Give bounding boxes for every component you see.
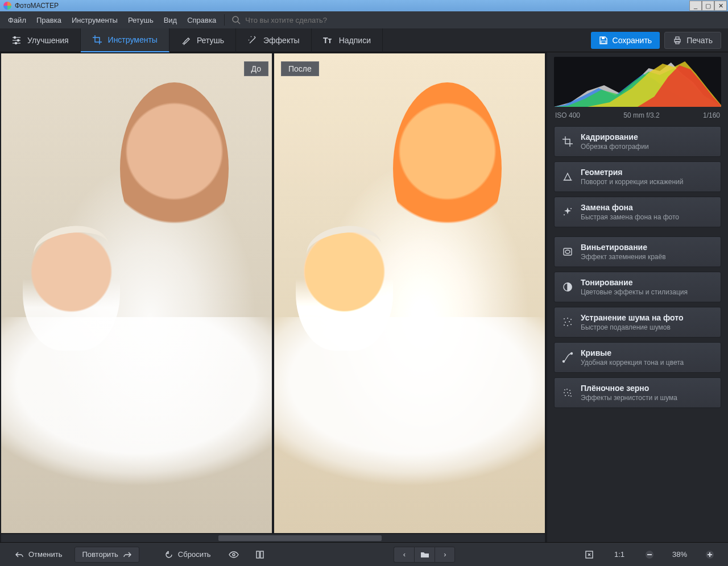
fit-button[interactable] bbox=[579, 547, 599, 563]
tab-retouch[interactable]: Ретушь bbox=[169, 28, 236, 52]
tool-desc: Эффекты зернистости и шума bbox=[581, 394, 677, 402]
compare-button[interactable] bbox=[250, 547, 270, 563]
titlebar: ФотоМАСТЕР _ ▢ ✕ bbox=[0, 0, 728, 11]
menu-edit[interactable]: Правка bbox=[32, 14, 66, 27]
svg-point-36 bbox=[568, 395, 569, 396]
svg-point-6 bbox=[17, 39, 19, 41]
tab-effects[interactable]: Эффекты bbox=[236, 28, 312, 52]
tool-curves[interactable]: КривыеУдобная коррекция тона и цвета bbox=[554, 342, 721, 373]
denoise-icon bbox=[561, 316, 574, 328]
exif-lens: 50 mm f/3.2 bbox=[623, 111, 659, 119]
prev-button[interactable]: ‹ bbox=[394, 547, 414, 563]
tool-bgswap[interactable]: Замена фонаБыстрая замена фона на фото bbox=[554, 197, 721, 227]
svg-point-5 bbox=[14, 36, 15, 38]
geometry-icon bbox=[561, 170, 574, 183]
tab-label: Надписи bbox=[339, 36, 371, 45]
preview-button[interactable] bbox=[224, 547, 244, 563]
svg-point-26 bbox=[570, 324, 572, 325]
tool-vignette[interactable]: ВиньетированиеЭффект затемнения краёв bbox=[554, 236, 721, 267]
tool-desc: Удобная коррекция тона и цвета bbox=[581, 359, 684, 367]
eye-icon bbox=[229, 550, 239, 560]
tab-label: Улучшения bbox=[27, 36, 69, 45]
folder-icon bbox=[420, 550, 429, 559]
sparkle-icon bbox=[561, 206, 574, 218]
tool-desc: Цветовые эффекты и стилизация bbox=[581, 288, 688, 296]
fit-icon bbox=[585, 550, 594, 559]
svg-rect-10 bbox=[601, 41, 606, 43]
zoom-out-button[interactable] bbox=[639, 547, 660, 563]
menu-help[interactable]: Справка bbox=[183, 14, 221, 27]
tool-geometry[interactable]: ГеометрияПоворот и коррекция искажений bbox=[554, 161, 721, 192]
menu-view[interactable]: Вид bbox=[159, 14, 182, 27]
search-input[interactable] bbox=[245, 16, 416, 24]
tab-tools[interactable]: Инструменты bbox=[81, 28, 169, 52]
wand-icon bbox=[247, 35, 258, 45]
canvas[interactable]: До После bbox=[1, 53, 545, 533]
menu-separator bbox=[224, 14, 225, 26]
svg-point-7 bbox=[15, 42, 16, 44]
nav-group: ‹ › bbox=[394, 547, 455, 563]
crop-icon bbox=[561, 135, 574, 148]
svg-point-35 bbox=[565, 395, 566, 396]
plus-icon bbox=[705, 550, 714, 559]
chevron-right-icon: › bbox=[444, 550, 446, 559]
tool-title: Тонирование bbox=[581, 278, 688, 287]
close-button[interactable]: ✕ bbox=[714, 1, 727, 11]
tool-title: Кривые bbox=[581, 348, 684, 357]
svg-point-23 bbox=[569, 321, 570, 322]
tool-crop[interactable]: КадрированиеОбрезка фотографии bbox=[554, 126, 721, 157]
svg-point-21 bbox=[570, 319, 572, 320]
tab-enhance[interactable]: Улучшения bbox=[0, 28, 81, 52]
print-button[interactable]: Печать bbox=[664, 32, 721, 49]
reset-button[interactable]: Сбросить bbox=[158, 547, 218, 563]
redo-button[interactable]: Повторить bbox=[75, 547, 139, 563]
svg-rect-46 bbox=[709, 552, 710, 557]
undo-button[interactable]: Отменить bbox=[8, 547, 69, 563]
crop-icon bbox=[92, 35, 102, 45]
svg-line-1 bbox=[238, 22, 240, 24]
svg-rect-43 bbox=[647, 554, 652, 555]
tool-desc: Эффект затемнения краёв bbox=[581, 253, 666, 261]
minus-icon bbox=[645, 550, 654, 559]
zoom-1to1[interactable]: 1:1 bbox=[605, 550, 634, 559]
menu-tools[interactable]: Инструменты bbox=[67, 14, 122, 27]
tab-label: Эффекты bbox=[263, 36, 300, 45]
toning-icon bbox=[561, 281, 574, 293]
tool-denoise[interactable]: Устранение шума на фотоБыстрое подавлени… bbox=[554, 307, 721, 338]
grain-icon bbox=[561, 386, 574, 399]
tool-title: Кадрирование bbox=[581, 132, 649, 142]
horizontal-scrollbar[interactable] bbox=[1, 534, 545, 542]
tool-grain[interactable]: Плёночное зерноЭффекты зернистости и шум… bbox=[554, 377, 721, 408]
vignette-icon bbox=[561, 245, 574, 258]
save-button[interactable]: Сохранить bbox=[591, 32, 660, 49]
svg-rect-9 bbox=[602, 37, 605, 39]
next-button[interactable]: › bbox=[435, 547, 455, 563]
tab-label: Ретушь bbox=[197, 36, 224, 45]
menu-retouch[interactable]: Ретушь bbox=[123, 14, 158, 27]
zoom-in-button[interactable] bbox=[700, 547, 720, 563]
svg-point-37 bbox=[570, 396, 572, 397]
tab-label: Инструменты bbox=[108, 35, 158, 44]
svg-rect-13 bbox=[676, 41, 679, 44]
tab-text[interactable]: Tт Надписи bbox=[312, 28, 383, 52]
minimize-button[interactable]: _ bbox=[689, 1, 702, 11]
open-folder-button[interactable] bbox=[414, 547, 435, 563]
svg-point-28 bbox=[571, 353, 573, 355]
menu-file[interactable]: Файл bbox=[3, 14, 31, 27]
svg-point-19 bbox=[564, 318, 565, 319]
svg-point-32 bbox=[564, 392, 565, 393]
main: До После ISO 400 50 mm f/3.2 1/160 bbox=[0, 52, 728, 542]
sidebar: ISO 400 50 mm f/3.2 1/160 КадрированиеОб… bbox=[547, 52, 728, 542]
exif-shutter: 1/160 bbox=[703, 111, 720, 119]
tool-toning[interactable]: ТонированиеЦветовые эффекты и стилизация bbox=[554, 272, 721, 302]
tool-desc: Обрезка фотографии bbox=[581, 143, 649, 151]
menubar: Файл Правка Инструменты Ретушь Вид Справ… bbox=[0, 11, 728, 28]
svg-point-20 bbox=[567, 318, 568, 319]
svg-point-27 bbox=[563, 361, 565, 363]
toolbar: Улучшения Инструменты Ретушь Эффекты Tт … bbox=[0, 28, 728, 52]
svg-point-30 bbox=[566, 389, 568, 390]
maximize-button[interactable]: ▢ bbox=[702, 1, 714, 11]
svg-rect-39 bbox=[257, 551, 259, 558]
chevron-left-icon: ‹ bbox=[403, 550, 406, 559]
sliders-icon bbox=[11, 35, 22, 45]
